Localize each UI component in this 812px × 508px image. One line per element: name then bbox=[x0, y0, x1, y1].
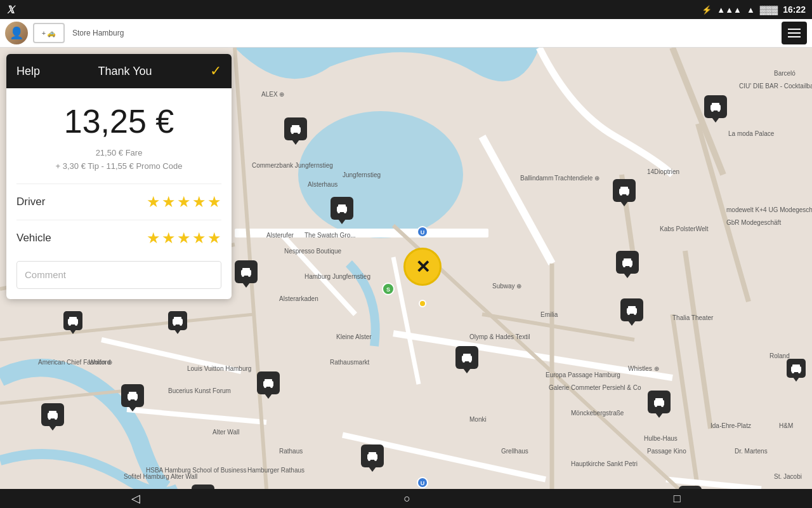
svg-point-32 bbox=[626, 193, 629, 196]
fare-details: 21,50 € Fare + 3,30 € Tip - 11,55 € Prom… bbox=[6, 147, 232, 184]
taxi-icon bbox=[192, 485, 214, 489]
svg-rect-38 bbox=[628, 306, 636, 309]
fare-line2: + 3,30 € Tip - 11,55 € Promo Code bbox=[16, 160, 221, 173]
hamburger-button[interactable] bbox=[782, 22, 807, 44]
svg-rect-54 bbox=[174, 317, 181, 320]
taxi-icon bbox=[41, 403, 64, 426]
top-bar: 👤 + 🚕 Store Hamburg bbox=[0, 19, 812, 48]
home-button[interactable]: ○ bbox=[403, 492, 410, 505]
svg-text:U: U bbox=[421, 480, 425, 486]
taxi-icon bbox=[787, 359, 806, 378]
vehicle-star-2[interactable]: ★ bbox=[162, 229, 176, 247]
svg-rect-42 bbox=[712, 103, 719, 106]
svg-point-40 bbox=[634, 312, 636, 315]
svg-rect-22 bbox=[338, 204, 346, 208]
svg-point-75 bbox=[48, 417, 51, 420]
svg-rect-26 bbox=[242, 268, 250, 271]
svg-point-27 bbox=[242, 274, 244, 277]
svg-rect-74 bbox=[49, 411, 56, 414]
status-bar: 𝕏 ⚡ ▲▲▲ ▲ ▓▓▓ 16:22 bbox=[0, 0, 812, 19]
thank-you-label: Thank You bbox=[98, 65, 152, 78]
svg-line-5 bbox=[0, 314, 254, 340]
hamburger-line bbox=[788, 32, 801, 34]
taxi-icon bbox=[235, 260, 258, 283]
taxi-icon bbox=[361, 444, 384, 467]
svg-point-20 bbox=[298, 131, 300, 134]
svg-point-64 bbox=[270, 385, 273, 388]
taxi-icon bbox=[455, 346, 478, 369]
back-button[interactable]: ◁ bbox=[131, 491, 140, 505]
svg-point-71 bbox=[368, 458, 370, 461]
svg-point-87 bbox=[792, 371, 794, 373]
check-icon[interactable]: ✓ bbox=[210, 63, 221, 79]
panel-header: Help Thank You ✓ bbox=[6, 54, 232, 88]
bottom-nav: ◁ ○ □ bbox=[0, 489, 812, 508]
taxi-icon bbox=[620, 298, 643, 321]
x-logo-icon: 𝕏 bbox=[6, 4, 15, 16]
svg-point-72 bbox=[374, 458, 377, 461]
svg-rect-86 bbox=[792, 364, 800, 368]
svg-point-76 bbox=[55, 417, 57, 420]
vehicle-stars[interactable]: ★ ★ ★ ★ ★ bbox=[147, 229, 221, 247]
vehicle-label: Vehicle bbox=[16, 232, 51, 244]
vehicle-star-4[interactable]: ★ bbox=[192, 229, 206, 247]
svg-rect-78 bbox=[655, 398, 663, 401]
svg-rect-18 bbox=[292, 125, 299, 128]
taxi-icon bbox=[121, 384, 144, 407]
vehicle-star-3[interactable]: ★ bbox=[177, 229, 191, 247]
wifi-icon: ▲ bbox=[747, 5, 755, 15]
svg-rect-70 bbox=[369, 452, 376, 455]
svg-point-60 bbox=[134, 398, 137, 401]
driver-star-3[interactable]: ★ bbox=[177, 193, 191, 211]
taxi-icon bbox=[613, 179, 636, 202]
plus-icon: + bbox=[42, 29, 46, 37]
vehicle-star-5[interactable]: ★ bbox=[207, 229, 221, 247]
vehicle-star-1[interactable]: ★ bbox=[147, 229, 160, 247]
driver-star-1[interactable]: ★ bbox=[147, 193, 160, 211]
network-icon: ▲▲▲ bbox=[717, 5, 742, 15]
rating-panel: Help Thank You ✓ 13,25 € 21,50 € Fare + … bbox=[6, 54, 232, 299]
recents-button[interactable]: □ bbox=[674, 492, 681, 505]
svg-point-80 bbox=[661, 404, 664, 407]
svg-point-56 bbox=[180, 323, 182, 326]
svg-point-52 bbox=[75, 323, 77, 326]
svg-rect-58 bbox=[129, 392, 136, 395]
svg-point-79 bbox=[655, 404, 657, 407]
fare-amount: 13,25 € bbox=[6, 88, 232, 147]
svg-rect-62 bbox=[265, 379, 272, 382]
svg-point-16 bbox=[419, 300, 426, 307]
help-label[interactable]: Help bbox=[16, 65, 40, 78]
svg-point-19 bbox=[291, 131, 294, 134]
bluetooth-icon: ⚡ bbox=[702, 5, 712, 15]
svg-text:U: U bbox=[421, 229, 425, 236]
svg-point-0 bbox=[298, 111, 463, 238]
driver-star-4[interactable]: ★ bbox=[192, 193, 206, 211]
mytaxi-marker: ✕ bbox=[403, 248, 442, 286]
taxi-icon bbox=[616, 251, 639, 274]
svg-rect-46 bbox=[463, 354, 471, 357]
driver-label: Driver bbox=[16, 196, 45, 208]
comment-box[interactable]: Comment bbox=[16, 261, 221, 289]
avatar[interactable]: 👤 bbox=[5, 22, 28, 44]
svg-rect-2 bbox=[235, 229, 488, 237]
taxi-icon bbox=[284, 117, 307, 140]
taxi-icon bbox=[168, 311, 187, 330]
driver-star-2[interactable]: ★ bbox=[162, 193, 176, 211]
taxi-icon bbox=[648, 391, 671, 413]
clock: 16:22 bbox=[783, 4, 806, 15]
svg-point-55 bbox=[173, 323, 176, 326]
svg-point-31 bbox=[620, 193, 622, 196]
svg-point-23 bbox=[337, 211, 340, 213]
hamburger-line bbox=[788, 29, 801, 30]
svg-point-48 bbox=[469, 360, 471, 363]
svg-point-59 bbox=[128, 398, 131, 401]
svg-point-51 bbox=[69, 323, 71, 326]
hamburger-line bbox=[788, 36, 801, 37]
svg-rect-30 bbox=[620, 187, 628, 190]
add-car-button[interactable]: + 🚕 bbox=[33, 23, 65, 43]
svg-point-63 bbox=[264, 385, 266, 388]
driver-star-5[interactable]: ★ bbox=[207, 193, 221, 211]
driver-stars[interactable]: ★ ★ ★ ★ ★ bbox=[147, 193, 221, 211]
taxi-icon bbox=[257, 371, 280, 394]
driver-rating-row: Driver ★ ★ ★ ★ ★ bbox=[6, 184, 232, 220]
